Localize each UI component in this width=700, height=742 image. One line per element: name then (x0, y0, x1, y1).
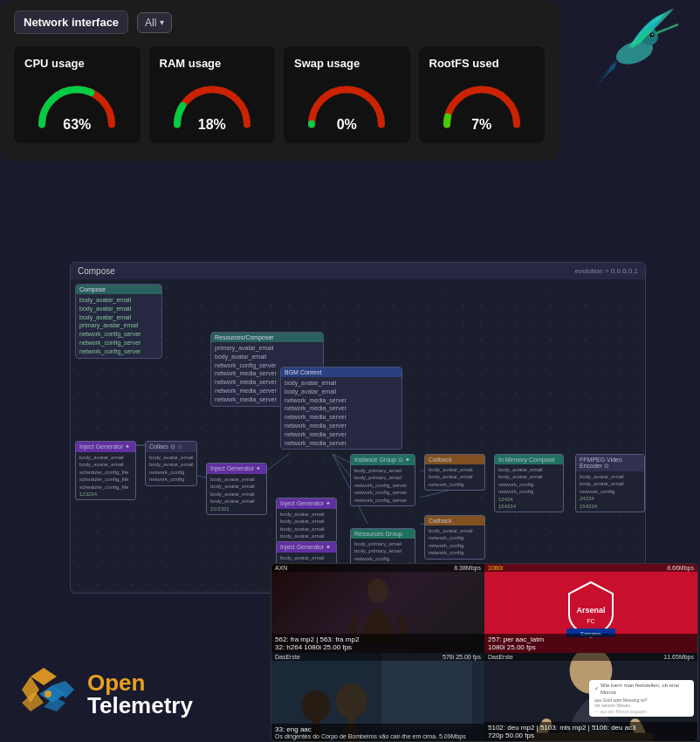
hummingbird-logo (578, 0, 691, 96)
svg-rect-27 (381, 653, 472, 729)
svg-point-37 (45, 690, 51, 697)
otel-telemetry-text: Telemetry (87, 694, 193, 717)
tv-arsenal-overlay: 257: per aac_latm 1080i 25.00 fps (484, 634, 697, 653)
node-callback-1: Callback body_avatar_email body_avatar_e… (424, 454, 485, 491)
node-content-callback-1: body_avatar_email body_avatar_email netw… (425, 464, 484, 490)
tv-news2-overlay: 5102: deu mp2 | 5103: mls mp2 | 5106: de… (484, 722, 697, 741)
swap-value: 0% (337, 117, 357, 133)
node-header-callback-1: Callback (425, 455, 484, 464)
tv-news2-bitrate: 11.65Mbps (663, 654, 694, 660)
opentelemetry-logo: Open Telemetry (17, 663, 193, 725)
tv-news2-channel: DasErste (488, 654, 513, 660)
node-content-inject-gen-2: body_avatar_email body_avatar_email body… (207, 474, 266, 514)
panel-header-bgm: BGM Content (281, 368, 401, 377)
tv-daserste-subtitle: Os dirigentes do Corpo de Bombeiros vão … (275, 733, 481, 739)
tv-cell-daserste: DasErste 576i 25.00 fps 33: eng aac Os d… (271, 653, 484, 742)
node-inject-gen-1: Inject Generator ✦ body_avatar_email bod… (75, 441, 136, 500)
tv-grid: AXN 8.38Mbps 562: fra mp2 | 563: fra mp2… (271, 564, 697, 741)
node-content-in-memory: body_avatar_email body_avatar_email netw… (495, 464, 563, 512)
node-content-ffmpeg: body_avatar_email body_avatar_email netw… (576, 471, 644, 512)
swap-usage-title: Swap usage (291, 57, 360, 70)
node-header-inject-gen-2: Inject Generator ✦ (207, 464, 266, 474)
otel-icon (17, 663, 79, 725)
node-header-ffmpeg: FFMPEG Video Encoder ⊙ (576, 455, 644, 471)
tv-streams-panel: AXN 8.38Mbps 562: fra mp2 | 563: fra mp2… (271, 563, 698, 742)
node-editor-breadcrumb: evolution > 0.0.0.0.1 (575, 267, 638, 275)
node-ffmpeg: FFMPEG Video Encoder ⊙ body_avatar_email… (575, 454, 645, 512)
ram-usage-card: RAM usage 18% (149, 46, 276, 143)
svg-point-17 (367, 579, 388, 603)
panel-header-1: Compose (76, 285, 161, 294)
node-content-callback-2: body_avatar_email network_config network… (425, 526, 484, 559)
chevron-down-icon: ▾ (160, 17, 164, 27)
node-header-inject-gen-bottom: Inject Generator ✦ (277, 542, 336, 553)
node-editor-header: Compose evolution > 0.0.0.0.1 (71, 263, 645, 279)
node-inject-gen-3: Inject Generator ✦ body_avatar_email bod… (276, 498, 337, 543)
node-content-inject-gen-1: body_avatar_email body_avatar_email sche… (76, 452, 135, 499)
tv-daserste-overlay: 33: eng aac Os dirigentes do Corpo de Bo… (271, 724, 484, 741)
rootfs-used-card: RootFS used 7% (419, 46, 546, 143)
swap-gauge: 0% (303, 79, 390, 131)
rootfs-gauge: 7% (438, 79, 525, 131)
all-dropdown[interactable]: All ▾ (137, 12, 172, 33)
node-editor-panel: Compose evolution > 0.0.0.0.1 Compose bo… (70, 262, 646, 594)
node-header-collars: Collars ⊙ ☆ (146, 442, 196, 452)
tv-axn-channel: AXN (275, 565, 287, 571)
ram-usage-title: RAM usage (156, 57, 222, 70)
tv-cell-arsenal: Arsenal FC Emirates 1080i 8.66Mbps 257: … (484, 564, 697, 653)
node-header-in-memory: In Memory Compose (495, 455, 563, 464)
tv-axn-overlay: 562: fra mp2 | 563: fra mp2 32: h264 108… (271, 634, 484, 653)
ram-gauge: 18% (168, 79, 256, 131)
node-content-instance-group: body_primary_email body_primary_email ne… (351, 465, 415, 505)
tv-arsenal-top: 1080i 8.66Mbps (484, 564, 697, 572)
node-collars: Collars ⊙ ☆ body_avatar_email body_avata… (145, 441, 197, 486)
node-editor-body[interactable]: Compose body_avatar_email body_avatar_em… (71, 279, 645, 590)
tv-daserste-channel: DasErste (275, 654, 300, 660)
panel-content-1: body_avatar_email body_avatar_email body… (76, 294, 161, 358)
svg-point-4 (652, 34, 654, 36)
dashboard-header: Network interface All ▾ (14, 10, 545, 34)
otel-text: Open Telemetry (87, 671, 193, 717)
node-header-inject-gen-3: Inject Generator ✦ (277, 498, 336, 509)
node-content-collars: body_avatar_email body_avatar_email netw… (146, 452, 196, 485)
node-header-instance-group: Instance Group ⊙ ✦ (351, 455, 415, 465)
svg-line-2 (656, 24, 678, 33)
tv-daserste-top: DasErste 576i 25.00 fps (271, 653, 484, 661)
cpu-usage-card: CPU usage 63% (14, 46, 141, 143)
cpu-usage-title: CPU usage (21, 57, 85, 70)
dashboard-panel: Network interface All ▾ CPU usage 63% RA… (0, 0, 559, 161)
tv-news2-top: DasErste 11.65Mbps (484, 653, 697, 661)
node-panel-bgm: BGM Content body_avatar_email body_avata… (280, 367, 402, 450)
tv-news2-codec: 5102: deu mp2 | 5103: mls mp2 | 5106: de… (488, 724, 694, 732)
tv-axn-top: AXN 8.38Mbps (271, 564, 484, 572)
cpu-value: 63% (63, 117, 91, 133)
svg-text:FC: FC (587, 618, 594, 624)
dropdown-value: All (145, 17, 156, 29)
tv-cell-axn: AXN 8.38Mbps 562: fra mp2 | 563: fra mp2… (271, 564, 484, 653)
node-callback-2: Callback body_avatar_email network_confi… (424, 515, 485, 560)
rootfs-used-title: RootFS used (426, 57, 499, 70)
tv-axn-bitrate: 8.38Mbps (454, 565, 481, 571)
node-panel-1: Compose body_avatar_email body_avatar_em… (75, 284, 162, 359)
tv-news2-fps: 720p 50.00 fps (488, 732, 694, 739)
tv-arsenal-bitrate: 8.66Mbps (667, 565, 694, 571)
node-header-inject-gen-1: Inject Generator ✦ (76, 442, 135, 452)
notification-popup: ✓ Wie kann man feststellen, ob eine Münz… (589, 680, 694, 717)
node-in-memory: In Memory Compose body_avatar_email body… (494, 454, 564, 512)
metrics-row: CPU usage 63% RAM usage 18% (14, 46, 545, 143)
tv-arsenal-label: 1080i (488, 565, 503, 571)
tv-cell-news2: ✓ Wie kann man feststellen, ob eine Münz… (484, 653, 697, 742)
otel-open-text: Open (87, 671, 193, 694)
panel-content-bgm: body_avatar_email body_avatar_email netw… (281, 377, 401, 449)
tv-daserste-fps: 576i 25.00 fps (443, 654, 481, 660)
tv-arsenal-info: 257: per aac_latm (488, 636, 694, 643)
svg-text:Arsenal: Arsenal (576, 606, 605, 615)
node-header-callback-2: Callback (425, 516, 484, 526)
cpu-gauge: 63% (33, 79, 120, 131)
node-editor-title: Compose (78, 266, 115, 276)
tv-arsenal-fps: 1080i 25.00 fps (488, 643, 694, 651)
tv-daserste-codec: 33: eng aac (275, 725, 481, 733)
node-header-resources-group: Resources Group (351, 529, 415, 539)
tv-axn-info: 32: h264 1080i 25.00 fps (275, 643, 481, 651)
node-instance-group: Instance Group ⊙ ✦ body_primary_email bo… (350, 454, 415, 506)
